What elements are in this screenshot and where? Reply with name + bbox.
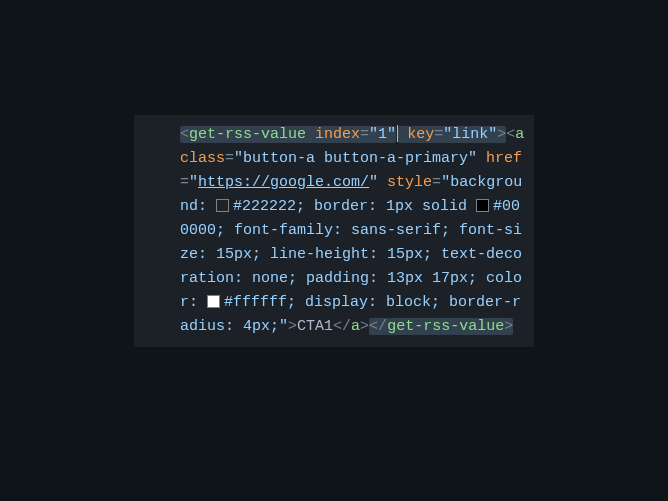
color-swatch-3[interactable] bbox=[207, 295, 220, 308]
outer-tag-open: get-rss-value bbox=[189, 126, 306, 143]
attr-key-name: key bbox=[407, 126, 434, 143]
inner-tag-open: a bbox=[515, 126, 524, 143]
tag-open-bracket: < bbox=[180, 126, 189, 143]
attr-href-name: href bbox=[486, 150, 522, 167]
attr-index-value: "1" bbox=[369, 126, 396, 143]
outer-tag-close: get-rss-value bbox=[387, 318, 504, 335]
color-3: #ffffff bbox=[224, 294, 287, 311]
attr-class-value: "button-a button-a-primary" bbox=[234, 150, 477, 167]
anchor-text: CTA1 bbox=[297, 318, 333, 335]
attr-key-value: "link" bbox=[443, 126, 497, 143]
color-swatch-1[interactable] bbox=[216, 199, 229, 212]
color-swatch-2[interactable] bbox=[476, 199, 489, 212]
attr-index-name: index bbox=[315, 126, 360, 143]
text-cursor bbox=[397, 125, 398, 142]
attr-class-name: class bbox=[180, 150, 225, 167]
href-url[interactable]: https://google.com/ bbox=[198, 174, 369, 191]
code-content[interactable]: <get-rss-value index="1" key="link"><a c… bbox=[178, 123, 534, 339]
attr-style-name: style bbox=[387, 174, 432, 191]
color-1: #222222 bbox=[233, 198, 296, 215]
code-editor[interactable]: <get-rss-value index="1" key="link"><a c… bbox=[134, 115, 534, 347]
editor-gutter bbox=[134, 123, 178, 339]
inner-tag-close: a bbox=[351, 318, 360, 335]
